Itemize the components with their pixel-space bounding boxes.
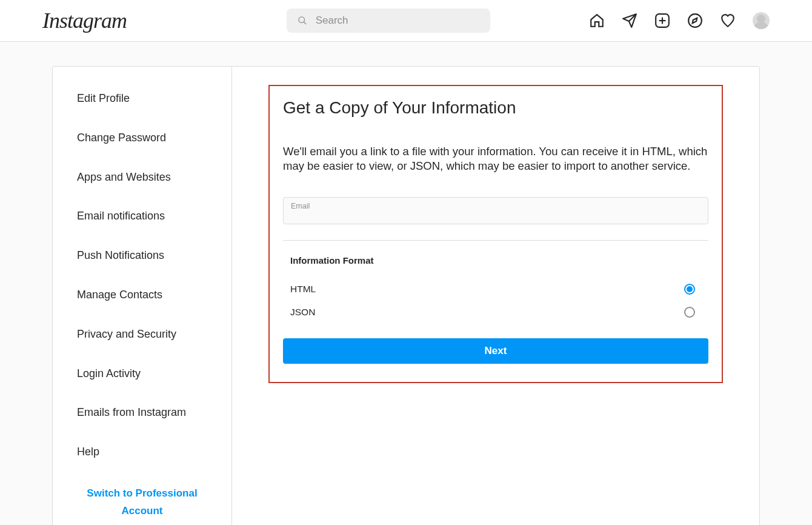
format-label-html: HTML	[290, 284, 316, 295]
format-option-json[interactable]: JSON	[283, 301, 708, 324]
svg-marker-7	[693, 18, 697, 24]
format-title: Information Format	[283, 255, 708, 266]
nav-icons	[589, 12, 770, 29]
radio-html[interactable]	[684, 284, 695, 295]
sidebar-item-email-notifications[interactable]: Email notifications	[53, 196, 231, 236]
format-label-json: JSON	[290, 307, 315, 318]
settings-sidebar: Edit Profile Change Password Apps and We…	[53, 67, 232, 525]
explore-icon[interactable]	[687, 13, 703, 28]
sidebar-item-change-password[interactable]: Change Password	[53, 118, 231, 158]
profile-avatar[interactable]	[753, 12, 770, 29]
svg-point-6	[688, 14, 702, 27]
email-field[interactable]: Email	[283, 197, 708, 224]
home-icon[interactable]	[589, 13, 605, 28]
sidebar-item-help[interactable]: Help	[53, 432, 231, 472]
format-option-html[interactable]: HTML	[283, 278, 708, 301]
new-post-icon[interactable]	[654, 13, 670, 28]
search-input[interactable]	[316, 15, 479, 27]
instagram-logo[interactable]: Instagram	[42, 8, 127, 33]
sidebar-item-push-notifications[interactable]: Push Notifications	[53, 236, 231, 275]
sidebar-item-apps-websites[interactable]: Apps and Websites	[53, 158, 231, 197]
page-title: Get a Copy of Your Information	[283, 98, 708, 118]
messages-icon[interactable]	[622, 13, 637, 28]
email-label: Email	[291, 202, 701, 210]
settings-container: Edit Profile Change Password Apps and We…	[52, 66, 760, 525]
sidebar-item-manage-contacts[interactable]: Manage Contacts	[53, 275, 231, 315]
next-button[interactable]: Next	[283, 338, 708, 364]
switch-professional-link[interactable]: Switch to Professional Account	[53, 472, 231, 525]
sidebar-item-privacy-security[interactable]: Privacy and Security	[53, 315, 231, 354]
divider	[283, 240, 708, 241]
svg-point-0	[299, 17, 304, 22]
highlighted-section: Get a Copy of Your Information We'll ema…	[268, 85, 723, 383]
svg-line-1	[304, 22, 306, 24]
page-description: We'll email you a link to a file with yo…	[283, 144, 708, 173]
search-container[interactable]	[287, 8, 490, 33]
sidebar-item-login-activity[interactable]: Login Activity	[53, 354, 231, 393]
search-icon	[298, 15, 307, 26]
radio-json[interactable]	[684, 307, 695, 318]
sidebar-item-edit-profile[interactable]: Edit Profile	[53, 79, 231, 118]
sidebar-item-emails-from-instagram[interactable]: Emails from Instagram	[53, 393, 231, 432]
activity-icon[interactable]	[720, 13, 736, 28]
main-content: Get a Copy of Your Information We'll ema…	[232, 67, 759, 525]
app-header: Instagram	[0, 0, 812, 42]
